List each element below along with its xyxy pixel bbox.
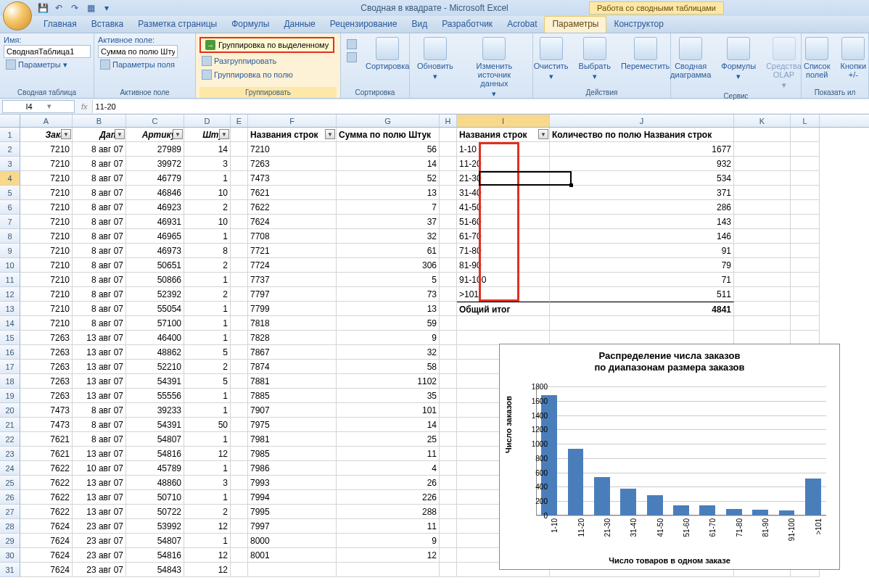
row-header[interactable]: 6 <box>0 200 20 215</box>
row-header[interactable]: 12 <box>0 287 20 302</box>
cell[interactable]: 2 <box>184 200 231 215</box>
chart-bar[interactable] <box>752 510 768 515</box>
cell[interactable]: 13 авг 07 <box>73 331 126 345</box>
cell[interactable]: 7210 <box>20 244 73 258</box>
cell[interactable]: 23 авг 07 <box>73 563 126 577</box>
row-header[interactable]: 21 <box>0 418 20 432</box>
cell[interactable]: 9 <box>337 534 440 548</box>
cell[interactable] <box>231 447 248 461</box>
row-header[interactable]: 2 <box>0 142 20 157</box>
cell[interactable]: 7885 <box>248 389 337 403</box>
cell[interactable] <box>231 258 248 273</box>
tab-данные[interactable]: Данные <box>276 17 322 33</box>
qat-icon[interactable]: ▦ <box>84 1 97 15</box>
cell[interactable]: 1102 <box>337 374 440 389</box>
cell[interactable]: 32 <box>337 345 440 360</box>
pivot-chart[interactable]: Распределение числа заказовпо диапазонам… <box>499 344 840 570</box>
tab-главная[interactable]: Главная <box>36 17 84 33</box>
cell[interactable]: 14 <box>337 418 440 432</box>
cell[interactable]: 7624 <box>20 548 73 563</box>
filter-dropdown-icon[interactable]: ▼ <box>219 129 229 139</box>
cell[interactable] <box>734 142 791 157</box>
cell[interactable] <box>791 128 820 142</box>
cell[interactable] <box>734 302 791 316</box>
col-header-b[interactable]: B <box>73 115 126 127</box>
col-header-d[interactable]: D <box>184 115 231 127</box>
cell[interactable] <box>231 461 248 476</box>
cell[interactable]: 54816 <box>126 447 184 461</box>
cell[interactable]: 41-50 <box>457 200 550 215</box>
cell[interactable]: 7210 <box>20 171 73 186</box>
cell[interactable] <box>440 490 457 505</box>
cell[interactable]: 52210 <box>126 360 184 374</box>
col-header-g[interactable]: G <box>337 115 440 127</box>
tab-формулы[interactable]: Формулы <box>224 17 276 33</box>
cell[interactable]: 52 <box>337 171 440 186</box>
tab-рецензирование[interactable]: Рецензирование <box>323 17 405 33</box>
active-field-input[interactable] <box>98 45 178 58</box>
cell[interactable]: 7995 <box>248 505 337 519</box>
cell[interactable]: 35 <box>337 389 440 403</box>
cell[interactable]: 5 <box>184 345 231 360</box>
cell[interactable]: 7622 <box>20 461 73 476</box>
cell[interactable]: Общий итог <box>457 302 550 316</box>
chart-bar[interactable] <box>779 510 795 515</box>
cell[interactable] <box>791 157 820 171</box>
cell[interactable]: 511 <box>550 287 734 302</box>
cell[interactable]: 25 <box>337 432 440 447</box>
cell[interactable] <box>231 432 248 447</box>
cell[interactable] <box>440 389 457 403</box>
cell[interactable]: 7818 <box>248 316 337 331</box>
cell[interactable]: 58 <box>337 360 440 374</box>
chart-bar[interactable] <box>805 479 821 515</box>
cell[interactable]: 54391 <box>126 418 184 432</box>
cell[interactable] <box>734 244 791 258</box>
cell[interactable] <box>734 128 791 142</box>
cell[interactable] <box>440 229 457 244</box>
cell[interactable]: 55054 <box>126 302 184 316</box>
cell[interactable]: Количество по полю Названия строк <box>550 128 734 142</box>
cell[interactable] <box>791 186 820 200</box>
cell[interactable]: Дата▼ <box>73 128 126 142</box>
cell[interactable]: 13 авг 07 <box>73 360 126 374</box>
cell[interactable]: 8 авг 07 <box>73 418 126 432</box>
cell[interactable]: 7624 <box>20 519 73 534</box>
cell[interactable] <box>231 157 248 171</box>
cell[interactable] <box>231 128 248 142</box>
cell[interactable]: 7210 <box>20 142 73 157</box>
cell[interactable]: 1 <box>184 490 231 505</box>
cell[interactable]: 7210 <box>20 302 73 316</box>
cell[interactable]: 8 авг 07 <box>73 316 126 331</box>
cell[interactable]: 91 <box>550 244 734 258</box>
row-header[interactable]: 17 <box>0 360 20 374</box>
cell[interactable]: 54807 <box>126 432 184 447</box>
row-header[interactable]: 5 <box>0 186 20 200</box>
cell[interactable]: 1 <box>184 403 231 418</box>
cell[interactable] <box>440 215 457 229</box>
row-header[interactable]: 31 <box>0 563 20 577</box>
cell[interactable] <box>231 389 248 403</box>
cell[interactable]: 8 авг 07 <box>73 244 126 258</box>
cell[interactable] <box>791 287 820 302</box>
save-icon[interactable]: 💾 <box>36 1 49 15</box>
row-header[interactable]: 13 <box>0 302 20 316</box>
cell[interactable]: 37 <box>337 215 440 229</box>
sort-button[interactable]: Сортировка <box>362 36 413 72</box>
cell[interactable]: 79 <box>550 258 734 273</box>
cell[interactable]: 8 авг 07 <box>73 273 126 287</box>
cell[interactable]: 54816 <box>126 548 184 563</box>
cell[interactable]: 12 <box>184 563 231 577</box>
cell[interactable]: 7263 <box>20 360 73 374</box>
cell[interactable]: 50866 <box>126 273 184 287</box>
filter-dropdown-icon[interactable]: ▼ <box>61 129 71 139</box>
cell[interactable]: 26 <box>337 476 440 490</box>
select-button[interactable]: Выбрать▾ <box>575 36 614 82</box>
cell[interactable]: 7473 <box>20 418 73 432</box>
col-header-l[interactable]: L <box>791 115 820 127</box>
cell[interactable] <box>550 331 734 345</box>
clear-button[interactable]: Очистить▾ <box>530 36 572 82</box>
cell[interactable]: Артикул▼ <box>126 128 184 142</box>
cell[interactable] <box>440 563 457 577</box>
pivot-params-button[interactable]: Параметры ▾ <box>4 59 70 70</box>
cell[interactable] <box>231 360 248 374</box>
